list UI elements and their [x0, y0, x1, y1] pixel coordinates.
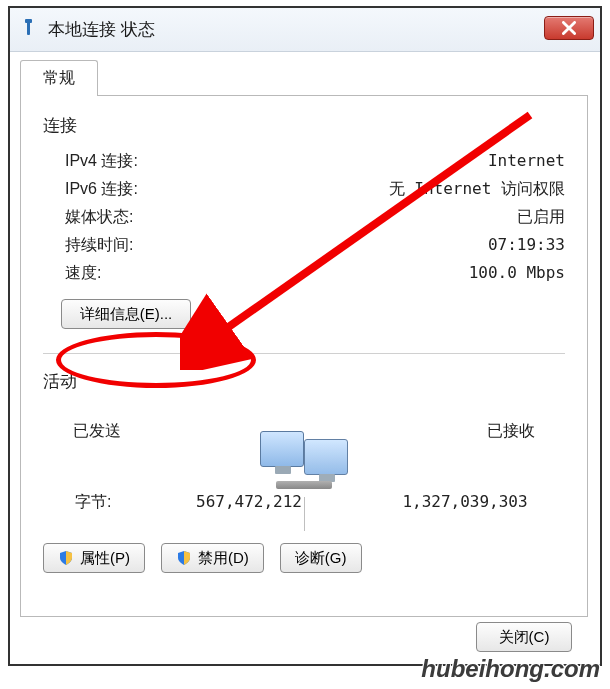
diagnose-button[interactable]: 诊断(G) — [280, 543, 362, 573]
computer-icon — [304, 439, 348, 475]
window-title: 本地连接 状态 — [48, 18, 155, 41]
sent-label: 已发送 — [73, 421, 121, 442]
activity-heading: 活动 — [43, 370, 565, 393]
media-value: 已启用 — [517, 203, 565, 231]
activity-area: 已发送 已接收 字节: 567,472,212 1,327,039,303 — [43, 403, 565, 573]
disable-button[interactable]: 禁用(D) — [161, 543, 264, 573]
close-button[interactable]: 关闭(C) — [476, 622, 572, 652]
speed-value: 100.0 Mbps — [469, 259, 565, 287]
disable-label: 禁用(D) — [198, 549, 249, 568]
media-label: 媒体状态: — [65, 203, 133, 231]
row-duration: 持续时间: 07:19:33 — [43, 231, 565, 259]
vertical-separator — [304, 497, 305, 531]
activity-computers-icon — [256, 429, 352, 491]
duration-value: 07:19:33 — [488, 231, 565, 259]
speed-label: 速度: — [65, 259, 101, 287]
dialog-body: 常规 连接 IPv4 连接: Internet IPv6 连接: 无 Inter… — [20, 60, 590, 660]
tab-general[interactable]: 常规 — [20, 60, 98, 96]
link-icon — [276, 481, 332, 489]
row-speed: 速度: 100.0 Mbps — [43, 259, 565, 287]
ipv4-label: IPv4 连接: — [65, 147, 138, 175]
tab-header: 常规 — [20, 60, 590, 96]
duration-label: 持续时间: — [65, 231, 133, 259]
bytes-sent-value: 567,472,212 — [159, 492, 339, 513]
diagnose-label: 诊断(G) — [295, 549, 347, 568]
connection-heading: 连接 — [43, 114, 565, 137]
ipv6-label: IPv6 连接: — [65, 175, 138, 203]
properties-button[interactable]: 属性(P) — [43, 543, 145, 573]
ipv6-value: 无 Internet 访问权限 — [389, 175, 565, 203]
titlebar: 本地连接 状态 — [10, 8, 600, 52]
row-ipv6: IPv6 连接: 无 Internet 访问权限 — [43, 175, 565, 203]
row-ipv4: IPv4 连接: Internet — [43, 147, 565, 175]
shield-icon — [58, 550, 74, 566]
action-buttons: 属性(P) 禁用(D) 诊断(G) — [43, 543, 565, 573]
properties-label: 属性(P) — [80, 549, 130, 568]
tab-panel-general: 连接 IPv4 连接: Internet IPv6 连接: 无 Internet… — [20, 95, 588, 617]
window-close-button[interactable] — [544, 16, 594, 40]
close-icon — [562, 21, 576, 35]
ipv4-value: Internet — [488, 147, 565, 175]
dialog-window: 本地连接 状态 常规 连接 IPv4 连接: Internet IPv6 连接:… — [8, 6, 602, 666]
shield-icon — [176, 550, 192, 566]
details-button[interactable]: 详细信息(E)... — [61, 299, 191, 329]
computer-icon — [260, 431, 304, 467]
row-media: 媒体状态: 已启用 — [43, 203, 565, 231]
network-adapter-icon — [20, 19, 38, 41]
bytes-label: 字节: — [53, 492, 123, 513]
divider — [43, 353, 565, 354]
bytes-received-value: 1,327,039,303 — [375, 492, 555, 513]
received-label: 已接收 — [487, 421, 535, 442]
